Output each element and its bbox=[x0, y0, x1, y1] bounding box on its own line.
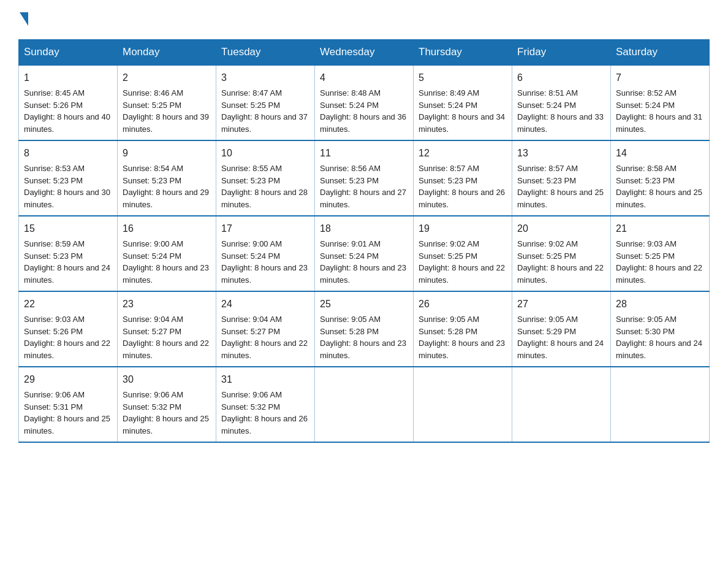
calendar-cell: 28Sunrise: 9:05 AMSunset: 5:30 PMDayligh… bbox=[611, 291, 710, 367]
day-number: 2 bbox=[123, 71, 211, 85]
sunset-label: Sunset: 5:31 PM bbox=[24, 402, 83, 412]
day-number: 8 bbox=[24, 146, 112, 161]
day-number: 14 bbox=[616, 146, 704, 161]
calendar-cell: 14Sunrise: 8:58 AMSunset: 5:23 PMDayligh… bbox=[611, 140, 710, 216]
day-number: 7 bbox=[616, 71, 704, 85]
calendar-table: SundayMondayTuesdayWednesdayThursdayFrid… bbox=[18, 39, 710, 443]
sunrise-label: Sunrise: 9:05 AM bbox=[616, 315, 677, 324]
sunrise-label: Sunrise: 9:06 AM bbox=[123, 390, 183, 399]
daylight-label: Daylight: 8 hours and 24 minutes. bbox=[517, 339, 604, 360]
sunrise-label: Sunrise: 9:04 AM bbox=[123, 315, 183, 324]
day-number: 25 bbox=[320, 297, 408, 312]
daylight-label: Daylight: 8 hours and 33 minutes. bbox=[517, 112, 604, 134]
daylight-label: Daylight: 8 hours and 36 minutes. bbox=[320, 112, 406, 134]
daylight-label: Daylight: 8 hours and 22 minutes. bbox=[24, 339, 110, 360]
calendar-cell: 6Sunrise: 8:51 AMSunset: 5:24 PMDaylight… bbox=[512, 65, 611, 140]
calendar-cell: 16Sunrise: 9:00 AMSunset: 5:24 PMDayligh… bbox=[118, 216, 216, 291]
calendar-cell: 30Sunrise: 9:06 AMSunset: 5:32 PMDayligh… bbox=[118, 367, 216, 442]
calendar-cell: 1Sunrise: 8:45 AMSunset: 5:26 PMDaylight… bbox=[19, 65, 118, 140]
sunset-label: Sunset: 5:23 PM bbox=[320, 176, 379, 185]
day-number: 6 bbox=[517, 71, 605, 85]
calendar-cell: 27Sunrise: 9:05 AMSunset: 5:29 PMDayligh… bbox=[512, 291, 611, 367]
day-number: 29 bbox=[24, 372, 112, 387]
day-header-sunday: Sunday bbox=[19, 40, 118, 66]
sunset-label: Sunset: 5:24 PM bbox=[320, 101, 379, 110]
week-row-2: 8Sunrise: 8:53 AMSunset: 5:23 PMDaylight… bbox=[19, 140, 710, 216]
sunset-label: Sunset: 5:24 PM bbox=[419, 101, 477, 110]
sunset-label: Sunset: 5:27 PM bbox=[221, 327, 280, 336]
calendar-cell: 2Sunrise: 8:46 AMSunset: 5:25 PMDaylight… bbox=[118, 65, 216, 140]
sunset-label: Sunset: 5:32 PM bbox=[123, 402, 181, 412]
sunset-label: Sunset: 5:23 PM bbox=[419, 176, 477, 185]
sunset-label: Sunset: 5:26 PM bbox=[24, 101, 83, 110]
sunset-label: Sunset: 5:24 PM bbox=[123, 251, 181, 261]
sunrise-label: Sunrise: 9:06 AM bbox=[221, 390, 282, 399]
sunrise-label: Sunrise: 9:02 AM bbox=[419, 239, 479, 248]
daylight-label: Daylight: 8 hours and 31 minutes. bbox=[616, 112, 702, 134]
sunset-label: Sunset: 5:23 PM bbox=[24, 251, 83, 261]
sunrise-label: Sunrise: 8:58 AM bbox=[616, 164, 677, 173]
day-number: 15 bbox=[24, 221, 112, 236]
week-row-3: 15Sunrise: 8:59 AMSunset: 5:23 PMDayligh… bbox=[19, 216, 710, 291]
sunrise-label: Sunrise: 8:54 AM bbox=[123, 164, 183, 173]
day-number: 21 bbox=[616, 221, 704, 236]
daylight-label: Daylight: 8 hours and 28 minutes. bbox=[221, 188, 308, 209]
daylight-label: Daylight: 8 hours and 25 minutes. bbox=[517, 188, 604, 209]
calendar-cell: 20Sunrise: 9:02 AMSunset: 5:25 PMDayligh… bbox=[512, 216, 611, 291]
sunrise-label: Sunrise: 9:00 AM bbox=[123, 239, 183, 248]
calendar-cell bbox=[611, 367, 710, 442]
day-number: 23 bbox=[123, 297, 211, 312]
calendar-cell: 22Sunrise: 9:03 AMSunset: 5:26 PMDayligh… bbox=[19, 291, 118, 367]
daylight-label: Daylight: 8 hours and 25 minutes. bbox=[123, 414, 209, 435]
sunset-label: Sunset: 5:23 PM bbox=[221, 176, 280, 185]
sunset-label: Sunset: 5:28 PM bbox=[320, 327, 379, 336]
sunset-label: Sunset: 5:25 PM bbox=[123, 101, 181, 110]
sunrise-label: Sunrise: 8:56 AM bbox=[320, 164, 381, 173]
day-number: 10 bbox=[221, 146, 309, 161]
daylight-label: Daylight: 8 hours and 23 minutes. bbox=[221, 263, 308, 285]
calendar-cell: 31Sunrise: 9:06 AMSunset: 5:32 PMDayligh… bbox=[216, 367, 315, 442]
daylight-label: Daylight: 8 hours and 29 minutes. bbox=[123, 188, 209, 209]
calendar-cell: 8Sunrise: 8:53 AMSunset: 5:23 PMDaylight… bbox=[19, 140, 118, 216]
sunset-label: Sunset: 5:25 PM bbox=[616, 251, 675, 261]
calendar-cell bbox=[414, 367, 512, 442]
day-number: 28 bbox=[616, 297, 704, 312]
day-number: 24 bbox=[221, 297, 309, 312]
calendar-cell: 12Sunrise: 8:57 AMSunset: 5:23 PMDayligh… bbox=[414, 140, 512, 216]
calendar-body: 1Sunrise: 8:45 AMSunset: 5:26 PMDaylight… bbox=[19, 65, 710, 442]
calendar-cell bbox=[512, 367, 611, 442]
sunset-label: Sunset: 5:30 PM bbox=[616, 327, 675, 336]
sunrise-label: Sunrise: 9:02 AM bbox=[517, 239, 578, 248]
sunset-label: Sunset: 5:26 PM bbox=[24, 327, 83, 336]
sunrise-label: Sunrise: 9:03 AM bbox=[24, 315, 85, 324]
sunset-label: Sunset: 5:23 PM bbox=[24, 176, 83, 185]
day-header-tuesday: Tuesday bbox=[216, 40, 315, 66]
sunrise-label: Sunrise: 9:05 AM bbox=[419, 315, 479, 324]
day-header-monday: Monday bbox=[118, 40, 216, 66]
sunrise-label: Sunrise: 8:59 AM bbox=[24, 239, 85, 248]
daylight-label: Daylight: 8 hours and 22 minutes. bbox=[616, 263, 702, 285]
calendar-cell: 21Sunrise: 9:03 AMSunset: 5:25 PMDayligh… bbox=[611, 216, 710, 291]
daylight-label: Daylight: 8 hours and 27 minutes. bbox=[320, 188, 406, 209]
daylight-label: Daylight: 8 hours and 26 minutes. bbox=[221, 414, 308, 435]
daylight-label: Daylight: 8 hours and 34 minutes. bbox=[419, 112, 505, 134]
calendar-header: SundayMondayTuesdayWednesdayThursdayFrid… bbox=[19, 40, 710, 66]
daylight-label: Daylight: 8 hours and 22 minutes. bbox=[221, 339, 308, 360]
week-row-1: 1Sunrise: 8:45 AMSunset: 5:26 PMDaylight… bbox=[19, 65, 710, 140]
sunset-label: Sunset: 5:24 PM bbox=[320, 251, 379, 261]
calendar-cell: 15Sunrise: 8:59 AMSunset: 5:23 PMDayligh… bbox=[19, 216, 118, 291]
day-headers-row: SundayMondayTuesdayWednesdayThursdayFrid… bbox=[19, 40, 710, 66]
calendar-cell: 18Sunrise: 9:01 AMSunset: 5:24 PMDayligh… bbox=[315, 216, 414, 291]
day-header-friday: Friday bbox=[512, 40, 611, 66]
sunset-label: Sunset: 5:29 PM bbox=[517, 327, 576, 336]
calendar-cell: 23Sunrise: 9:04 AMSunset: 5:27 PMDayligh… bbox=[118, 291, 216, 367]
sunrise-label: Sunrise: 9:05 AM bbox=[517, 315, 578, 324]
calendar-cell: 29Sunrise: 9:06 AMSunset: 5:31 PMDayligh… bbox=[19, 367, 118, 442]
sunset-label: Sunset: 5:23 PM bbox=[616, 176, 675, 185]
sunrise-label: Sunrise: 9:05 AM bbox=[320, 315, 381, 324]
daylight-label: Daylight: 8 hours and 23 minutes. bbox=[123, 263, 209, 285]
sunset-label: Sunset: 5:24 PM bbox=[221, 251, 280, 261]
day-number: 20 bbox=[517, 221, 605, 236]
daylight-label: Daylight: 8 hours and 30 minutes. bbox=[24, 188, 110, 209]
calendar-cell: 19Sunrise: 9:02 AMSunset: 5:25 PMDayligh… bbox=[414, 216, 512, 291]
